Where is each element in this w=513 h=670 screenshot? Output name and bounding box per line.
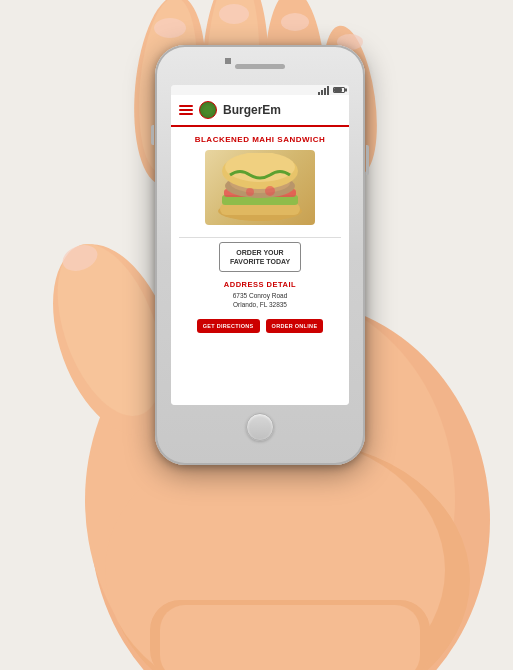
phone-shell: BurgerEm BLACKENED MAHI SANDWICH [155,45,365,465]
address-section: ADDRESS DETAIL 6735 Conroy Road Orlando,… [224,280,296,309]
svg-point-10 [154,18,186,38]
status-bar [171,85,349,95]
phone-device: BurgerEm BLACKENED MAHI SANDWICH [155,45,365,465]
menu-button[interactable] [179,105,193,115]
sandwich-illustration [210,153,310,223]
divider-1 [179,237,341,238]
power-button [366,145,369,175]
product-image [205,150,315,225]
svg-point-11 [219,4,249,24]
svg-rect-19 [160,605,420,670]
svg-point-30 [265,186,275,196]
svg-point-31 [246,188,254,196]
phone-top-bar [155,45,365,77]
home-button[interactable] [246,413,274,441]
address-street: 6735 Conroy Road [224,291,296,300]
order-button-line2: FAVORITE TODAY [230,257,290,266]
volume-button [151,125,154,145]
front-camera [225,58,231,64]
svg-point-12 [281,13,309,31]
action-buttons-row: GET DIRECTIONS ORDER ONLINE [197,319,324,333]
address-title: ADDRESS DETAIL [224,280,296,289]
battery-icon [333,87,345,93]
app-logo [199,101,217,119]
speaker-grille [235,64,285,69]
order-online-button[interactable]: ORDER ONLINE [266,319,324,333]
address-city: Orlando, FL 32835 [224,300,296,309]
signal-bars-icon [318,86,329,95]
get-directions-button[interactable]: GET DIRECTIONS [197,319,260,333]
order-favorite-button[interactable]: ORDER YOUR FAVORITE TODAY [219,242,301,272]
screen-content: BLACKENED MAHI SANDWICH [171,127,349,405]
app-header: BurgerEm [171,95,349,127]
order-button-line1: ORDER YOUR [230,248,290,257]
product-name: BLACKENED MAHI SANDWICH [195,135,326,144]
app-title: BurgerEm [223,103,281,117]
phone-screen: BurgerEm BLACKENED MAHI SANDWICH [171,85,349,405]
